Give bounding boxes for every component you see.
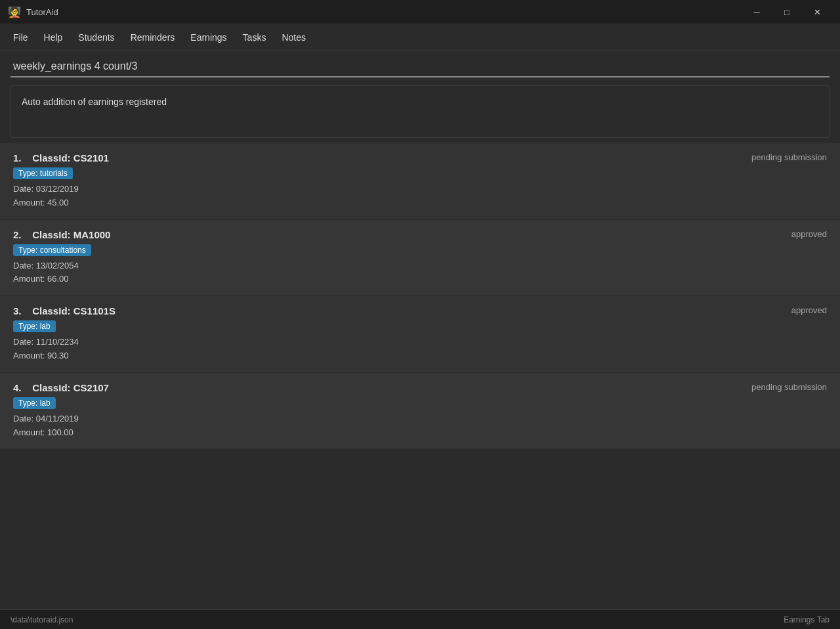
type-badge-2: Type: consultations bbox=[13, 244, 91, 256]
status-label-2: approved bbox=[791, 229, 827, 239]
menu-item-notes[interactable]: Notes bbox=[274, 28, 314, 47]
earning-amount-4: Amount: 100.00 bbox=[13, 426, 830, 440]
earning-date-3: Date: 11/10/2234 bbox=[13, 336, 830, 349]
command-bar bbox=[0, 51, 840, 77]
menu-item-help[interactable]: Help bbox=[36, 28, 71, 47]
menu-item-tasks[interactable]: Tasks bbox=[235, 28, 274, 47]
status-label-3: approved bbox=[791, 305, 827, 315]
earning-number-3: 3. bbox=[13, 305, 22, 316]
window-controls: ─ □ ✕ bbox=[742, 0, 832, 24]
status-label-1: pending submission bbox=[751, 152, 827, 162]
status-bar: \data\tutoraid.json Earnings Tab bbox=[0, 609, 840, 629]
earning-classid-4: ClassId: CS2107 bbox=[32, 382, 109, 393]
earning-date-2: Date: 13/02/2054 bbox=[13, 259, 830, 273]
file-path: \data\tutoraid.json bbox=[10, 615, 73, 624]
maximize-button[interactable]: □ bbox=[772, 0, 802, 24]
earnings-list: pending submission 1. ClassId: CS2101 Ty… bbox=[0, 143, 840, 609]
menu-item-reminders[interactable]: Reminders bbox=[123, 28, 183, 47]
title-bar: 🧑‍🏫 TutorAid ─ □ ✕ bbox=[0, 0, 840, 24]
menu-item-file[interactable]: File bbox=[5, 28, 36, 47]
earning-title-4: 4. ClassId: CS2107 bbox=[13, 382, 830, 393]
earning-number-2: 2. bbox=[13, 229, 22, 240]
earning-card-2: approved 2. ClassId: MA1000 Type: consul… bbox=[0, 220, 840, 297]
earning-amount-1: Amount: 45.00 bbox=[13, 196, 830, 210]
earning-number-1: 1. bbox=[13, 152, 22, 163]
earning-amount-3: Amount: 90.30 bbox=[13, 349, 830, 363]
status-label-4: pending submission bbox=[751, 382, 827, 392]
earning-card-4: pending submission 4. ClassId: CS2107 Ty… bbox=[0, 373, 840, 450]
earning-classid-1: ClassId: CS2101 bbox=[32, 152, 109, 163]
output-text: Auto addition of earnings registered bbox=[22, 97, 167, 107]
menu-item-earnings[interactable]: Earnings bbox=[182, 28, 234, 47]
menu-item-students[interactable]: Students bbox=[70, 28, 122, 47]
menu-bar: File Help Students Reminders Earnings Ta… bbox=[0, 24, 840, 51]
earning-classid-2: ClassId: MA1000 bbox=[32, 229, 110, 240]
earning-date-1: Date: 03/12/2019 bbox=[13, 183, 830, 196]
earning-title-1: 1. ClassId: CS2101 bbox=[13, 152, 830, 163]
title-bar-left: 🧑‍🏫 TutorAid bbox=[8, 5, 58, 18]
earning-amount-2: Amount: 66.00 bbox=[13, 272, 830, 286]
earning-card-3: approved 3. ClassId: CS1101S Type: lab D… bbox=[0, 296, 840, 373]
earning-title-2: 2. ClassId: MA1000 bbox=[13, 229, 830, 240]
minimize-button[interactable]: ─ bbox=[742, 0, 772, 24]
command-input[interactable] bbox=[10, 56, 830, 77]
type-badge-4: Type: lab bbox=[13, 397, 56, 409]
app-title: TutorAid bbox=[26, 7, 58, 17]
earning-date-4: Date: 04/11/2019 bbox=[13, 412, 830, 426]
earning-classid-3: ClassId: CS1101S bbox=[32, 305, 116, 316]
earning-card-1: pending submission 1. ClassId: CS2101 Ty… bbox=[0, 143, 840, 220]
output-area: Auto addition of earnings registered bbox=[10, 85, 830, 138]
type-badge-1: Type: tutorials bbox=[13, 167, 73, 179]
app-icon: 🧑‍🏫 bbox=[8, 5, 21, 18]
earning-title-3: 3. ClassId: CS1101S bbox=[13, 305, 830, 316]
type-badge-3: Type: lab bbox=[13, 320, 56, 332]
earning-number-4: 4. bbox=[13, 382, 22, 393]
close-button[interactable]: ✕ bbox=[802, 0, 832, 24]
active-tab: Earnings Tab bbox=[784, 615, 830, 624]
